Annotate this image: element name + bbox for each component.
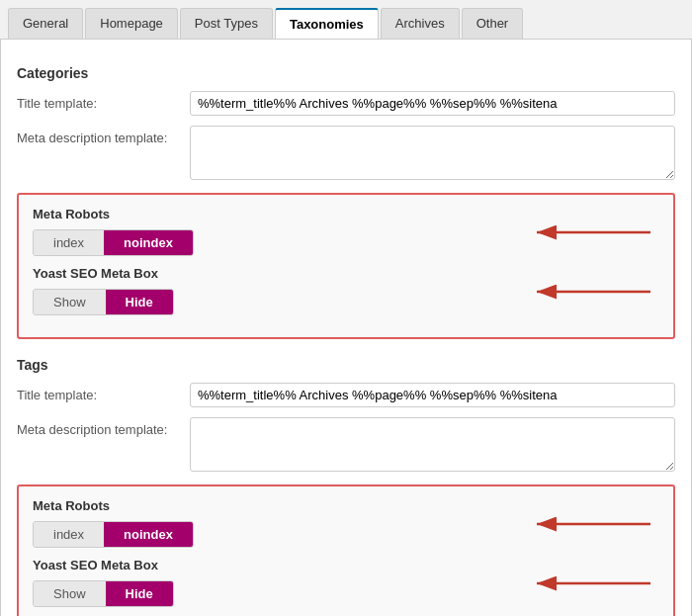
categories-meta-row: Meta description template: — [17, 126, 675, 183]
tab-taxonomies[interactable]: Taxonomies — [275, 8, 379, 39]
tags-noindex-btn[interactable]: noindex — [104, 522, 193, 547]
categories-title-label: Title template: — [17, 91, 190, 111]
tags-seo-label: Yoast SEO Meta Box — [33, 558, 659, 572]
categories-robots-group: index noindex — [33, 229, 659, 256]
categories-robots-buttons: index noindex — [33, 229, 194, 256]
tags-title-input-wrap — [190, 383, 675, 407]
tags-meta-input-wrap — [190, 417, 675, 475]
categories-hide-btn[interactable]: Hide — [106, 290, 173, 314]
tags-toggle-box: Meta Robots index noindex Yoast SEO Meta… — [17, 484, 675, 616]
tags-index-btn[interactable]: index — [34, 522, 104, 547]
tags-robots-label: Meta Robots — [33, 498, 659, 513]
tags-title-input[interactable] — [190, 383, 675, 407]
categories-seo-group: Show Hide — [33, 289, 659, 315]
tags-meta-label: Meta description template: — [17, 417, 190, 437]
tags-title-label: Title template: — [17, 383, 190, 402]
categories-meta-label: Meta description template: — [17, 126, 190, 145]
tags-meta-textarea[interactable] — [190, 417, 675, 472]
tags-meta-row: Meta description template: — [17, 417, 675, 475]
tab-archives[interactable]: Archives — [381, 8, 460, 39]
categories-seo-buttons: Show Hide — [33, 289, 174, 315]
tab-general[interactable]: General — [8, 8, 83, 39]
categories-noindex-btn[interactable]: noindex — [104, 230, 193, 255]
categories-title-row: Title template: — [17, 91, 675, 116]
tags-robots-group: index noindex — [33, 521, 659, 548]
categories-title-input-wrap — [190, 91, 675, 116]
tags-seo-buttons: Show Hide — [33, 580, 174, 607]
tabs-bar: General Homepage Post Types Taxonomies A… — [0, 0, 692, 40]
tags-seo-group: Show Hide — [33, 580, 659, 607]
categories-index-btn[interactable]: index — [34, 230, 104, 255]
tags-show-btn[interactable]: Show — [34, 581, 106, 606]
content-area: Categories Title template: Meta descript… — [0, 40, 692, 616]
categories-show-btn[interactable]: Show — [34, 290, 106, 314]
categories-title-input[interactable] — [190, 91, 675, 116]
categories-meta-input-wrap — [190, 126, 675, 183]
tags-title-row: Title template: — [17, 383, 675, 407]
tags-section-title: Tags — [17, 357, 675, 373]
tab-post-types[interactable]: Post Types — [180, 8, 273, 39]
categories-toggle-box: Meta Robots index noindex Yoast SEO Meta… — [17, 193, 675, 339]
tags-robots-buttons: index noindex — [33, 521, 194, 548]
categories-robots-label: Meta Robots — [33, 207, 659, 221]
categories-seo-label: Yoast SEO Meta Box — [33, 266, 659, 281]
categories-section-title: Categories — [17, 65, 675, 81]
tab-other[interactable]: Other — [462, 8, 524, 39]
tags-hide-btn[interactable]: Hide — [106, 581, 173, 606]
categories-meta-textarea[interactable] — [190, 126, 675, 180]
tab-homepage[interactable]: Homepage — [85, 8, 178, 39]
